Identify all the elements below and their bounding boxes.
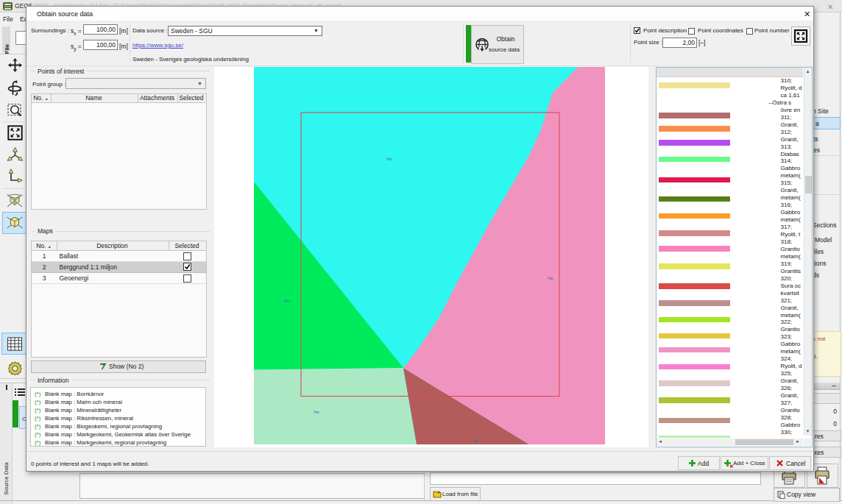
svg-text:Hav: Hav bbox=[386, 157, 393, 161]
svg-text:Hav: Hav bbox=[314, 411, 320, 414]
svg-text:Hav: Hav bbox=[473, 439, 479, 443]
svg-text:Hav: Hav bbox=[548, 277, 554, 280]
svg-text:Hav: Hav bbox=[284, 299, 291, 303]
